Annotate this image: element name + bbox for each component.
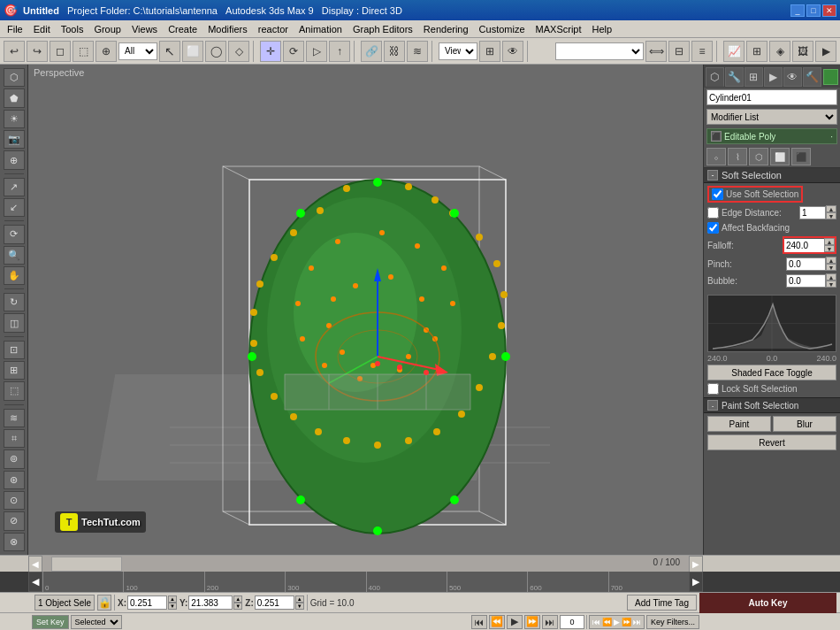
modifier-list-select[interactable]: Modifier List <box>706 109 837 125</box>
layer-btn[interactable]: ≡ <box>691 41 713 62</box>
quick-render-btn[interactable]: ▶ <box>815 41 836 62</box>
select-link-btn[interactable]: ↗ <box>4 178 25 196</box>
object-color-swatch[interactable] <box>823 69 838 85</box>
sub-tab-polygon[interactable]: ⬜ <box>770 148 790 165</box>
edge-distance-checkbox[interactable] <box>707 207 719 219</box>
falloff-spinner[interactable]: ▲ ▼ <box>824 238 835 252</box>
minimize-button[interactable]: _ <box>790 4 805 17</box>
shaded-face-toggle-btn[interactable]: Shaded Face Toggle <box>707 365 836 380</box>
falloff-input[interactable] <box>784 239 824 252</box>
misc6-btn[interactable]: ⊘ <box>4 511 25 530</box>
schematic-btn[interactable]: ⊞ <box>746 41 767 62</box>
select-region-circle-btn[interactable]: ◯ <box>205 41 226 62</box>
create-shapes-btn[interactable]: ⬟ <box>4 88 25 107</box>
paint-soft-selection-header[interactable]: - Paint Soft Selection <box>704 397 840 413</box>
view-select[interactable]: View <box>439 42 477 60</box>
misc5-btn[interactable]: ⊙ <box>4 491 25 510</box>
redo-button[interactable]: ↪ <box>27 41 48 62</box>
misc4-btn[interactable]: ⊛ <box>4 471 25 489</box>
menu-rendering[interactable]: Rendering <box>418 23 474 35</box>
scrollbar-thumb[interactable] <box>51 557 122 572</box>
pinch-down-btn[interactable]: ▼ <box>826 264 836 271</box>
pinch-input[interactable] <box>786 257 826 271</box>
use-soft-selection-checkbox[interactable] <box>712 188 723 200</box>
menu-create[interactable]: Create <box>163 23 202 35</box>
named-select[interactable] <box>555 42 644 60</box>
rp-tab-hierarchy[interactable]: ⊞ <box>745 67 763 87</box>
go-to-start-btn[interactable]: ⏮ <box>471 615 487 629</box>
rp-tab-modify[interactable]: 🔧 <box>725 67 744 87</box>
select-object-btn[interactable]: ◻ <box>50 41 71 62</box>
lock-soft-selection-checkbox[interactable] <box>707 383 719 395</box>
menu-modifiers[interactable]: Modifiers <box>202 23 253 35</box>
sub-tab-element[interactable]: ⬛ <box>791 148 811 165</box>
x-coord-input[interactable] <box>127 595 167 610</box>
menu-reactor[interactable]: reactor <box>253 23 294 35</box>
menu-edit[interactable]: Edit <box>28 23 56 35</box>
edge-distance-spinner[interactable]: ▲ ▼ <box>826 205 836 219</box>
zoom-region-btn[interactable]: ⬚ <box>4 381 25 400</box>
bubble-input[interactable] <box>786 274 826 288</box>
arc-rotate-btn[interactable]: ↻ <box>4 293 25 311</box>
viewport-control-btn[interactable]: ⟳ <box>4 225 25 243</box>
lock-selection-btn[interactable]: 🔒 <box>97 595 111 611</box>
frame-input[interactable] <box>560 615 584 629</box>
misc1-btn[interactable]: ≋ <box>4 409 25 427</box>
pan-btn[interactable]: ✋ <box>4 266 25 285</box>
select-region-btn[interactable]: ⬚ <box>73 41 94 62</box>
rotate-btn[interactable]: ⟳ <box>283 41 304 62</box>
bind-space-warp-btn[interactable]: ≋ <box>407 41 428 62</box>
close-button[interactable]: ✕ <box>822 4 836 17</box>
falloff-up-btn[interactable]: ▲ <box>824 238 835 245</box>
scale-btn[interactable]: ▷ <box>306 41 327 62</box>
soft-selection-collapse-btn[interactable]: - <box>707 170 718 181</box>
x-up-btn[interactable]: ▲ <box>168 595 177 603</box>
menu-group[interactable]: Group <box>88 23 126 35</box>
timeline-right-btn[interactable]: ▶ <box>689 572 703 592</box>
scroll-right-btn[interactable]: ▶ <box>689 556 703 572</box>
paint-collapse-btn[interactable]: - <box>707 400 718 411</box>
isolate-btn[interactable]: ⊞ <box>479 41 500 62</box>
align-btn[interactable]: ⊟ <box>668 41 690 62</box>
maximize-button[interactable]: □ <box>806 4 821 17</box>
hide-select-btn[interactable]: 👁 <box>502 41 523 62</box>
field-of-view-btn[interactable]: ◫ <box>4 313 25 332</box>
x-coord-spinner[interactable]: ▲ ▼ <box>168 595 177 610</box>
editable-poly-options-icon[interactable]: · <box>830 132 833 142</box>
helpers-btn[interactable]: ⊕ <box>4 150 25 169</box>
scroll-left-btn[interactable]: ◀ <box>28 556 42 572</box>
pinch-spinner[interactable]: ▲ ▼ <box>826 257 836 271</box>
rp-tab-motion[interactable]: ▶ <box>764 67 783 87</box>
edge-distance-up-btn[interactable]: ▲ <box>826 205 836 212</box>
sub-tab-border[interactable]: ⬡ <box>749 148 768 165</box>
misc3-btn[interactable]: ⊚ <box>4 449 25 468</box>
play-btn[interactable]: ▶ <box>507 615 523 629</box>
menu-tools[interactable]: Tools <box>56 23 89 35</box>
menu-graph-editors[interactable]: Graph Editors <box>347 23 418 35</box>
key-filters-btn[interactable]: Key Filters... <box>646 615 699 629</box>
select-btn[interactable]: ↖ <box>159 41 180 62</box>
create-geometry-btn[interactable]: ⬡ <box>4 68 25 87</box>
misc7-btn[interactable]: ⊗ <box>4 533 25 551</box>
timeline-ruler[interactable]: 0 100 200 300 400 500 600 700 <box>42 572 689 592</box>
y-coord-input[interactable] <box>188 595 233 610</box>
edge-distance-down-btn[interactable]: ▼ <box>826 212 836 219</box>
z-down-btn[interactable]: ▼ <box>295 603 304 610</box>
menu-customize[interactable]: Customize <box>474 23 531 35</box>
bubble-spinner[interactable]: ▲ ▼ <box>826 273 836 288</box>
snaps-btn[interactable]: ⊕ <box>95 41 117 62</box>
revert-button[interactable]: Revert <box>707 434 836 450</box>
sub-tab-vertex[interactable]: ⬦ <box>706 148 726 165</box>
pinch-up-btn[interactable]: ▲ <box>826 257 836 264</box>
falloff-down-btn[interactable]: ▼ <box>824 245 835 252</box>
prev-frame-btn[interactable]: ⏪ <box>489 615 505 629</box>
zoom-extents-btn[interactable]: ⊞ <box>4 361 25 380</box>
bubble-down-btn[interactable]: ▼ <box>826 280 836 288</box>
menu-animation[interactable]: Animation <box>294 23 347 35</box>
move-btn[interactable]: ✛ <box>260 41 281 62</box>
rp-tab-create[interactable]: ⬡ <box>706 67 724 87</box>
scrollbar-track[interactable]: 0 / 100 <box>42 556 689 572</box>
blur-button[interactable]: Blur <box>773 416 836 432</box>
key-mode-select[interactable]: Selected <box>71 615 122 629</box>
mini-playback-btns[interactable]: ⏮⏪▶⏩⏭ <box>589 615 645 629</box>
